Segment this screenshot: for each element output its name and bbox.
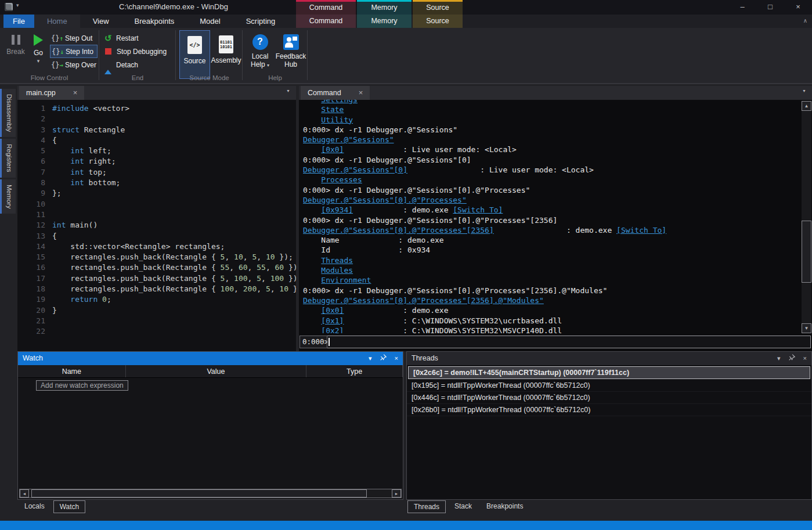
bottom-tab-threads[interactable]: Threads <box>407 500 446 513</box>
command-link[interactable]: Debugger.@"Sessions"[0].@"Processes" <box>303 196 467 204</box>
side-tab-disassembly[interactable]: Disassembly <box>0 89 16 137</box>
stop-debugging-button[interactable]: Stop Debugging <box>103 45 174 58</box>
scrollbar-thumb[interactable] <box>802 221 811 283</box>
break-button[interactable]: Break <box>3 31 28 56</box>
command-link[interactable]: [0x0] <box>321 145 344 154</box>
tab-main-cpp[interactable]: main.cpp× <box>19 86 84 100</box>
scrollbar-thumb[interactable] <box>31 489 367 497</box>
command-link[interactable]: [Switch To] <box>453 205 503 214</box>
contextual-tab-source[interactable]: Source <box>413 15 463 28</box>
line-number: 22 <box>17 326 52 337</box>
command-link[interactable]: Threads <box>321 256 353 265</box>
threads-list: [0x2c6c] = demo!ILT+455(mainCRTStartup) … <box>407 365 811 499</box>
command-output-line: Processes <box>303 175 800 185</box>
close-pane-icon[interactable]: × <box>803 352 807 365</box>
command-text <box>303 276 321 284</box>
menu-tab-home[interactable]: Home <box>34 15 80 28</box>
command-link[interactable]: [0x934] <box>321 205 353 214</box>
command-link[interactable]: [0x2] <box>321 326 344 333</box>
watch-horizontal-scrollbar[interactable]: ◄ ► <box>19 489 402 498</box>
command-link[interactable]: Utility <box>321 116 353 124</box>
command-link[interactable]: Processes <box>321 175 362 184</box>
scroll-down-icon[interactable]: ▼ <box>802 323 811 333</box>
line-number: 1 <box>17 103 52 114</box>
command-scrollbar[interactable]: ▲ ▼ <box>802 101 811 333</box>
pin-icon[interactable] <box>789 352 795 365</box>
command-text: : C:\WINDOWS\SYSTEM32\ucrtbased.dll <box>344 316 562 325</box>
close-tab-icon[interactable]: × <box>359 88 363 97</box>
step-out-button[interactable]: {}↑ Step Out <box>50 31 98 45</box>
thread-row[interactable]: [0x2c6c] = demo!ILT+455(mainCRTStartup) … <box>408 366 810 379</box>
contextual-tab-memory[interactable]: Memory <box>357 15 412 28</box>
close-pane-icon[interactable]: × <box>395 352 398 365</box>
command-link[interactable]: Debugger.@"Sessions"[0] <box>303 165 407 174</box>
scroll-left-icon[interactable]: ◄ <box>20 489 29 497</box>
quick-access-caret-icon[interactable]: ▾ <box>16 2 19 8</box>
close-button[interactable]: × <box>784 0 812 15</box>
code-editor[interactable]: 1#include <vector>23struct Rectangle4{5 … <box>17 100 296 351</box>
command-link[interactable]: Settings <box>321 100 358 104</box>
command-link[interactable]: Debugger.@"Sessions" <box>303 135 394 144</box>
add-watch-expression-field[interactable]: Add new watch expression <box>36 380 128 391</box>
scroll-up-icon[interactable]: ▲ <box>802 101 811 111</box>
pin-icon[interactable] <box>380 352 387 365</box>
contextual-tab-command[interactable]: Command <box>296 15 356 28</box>
scroll-right-icon[interactable]: ► <box>392 489 401 497</box>
pane-menu-icon[interactable]: ▼ <box>802 89 809 93</box>
side-tab-registers[interactable]: Registers <box>0 139 16 178</box>
command-link[interactable]: Debugger.@"Sessions"[0].@"Processes"[235… <box>303 226 494 235</box>
minimize-button[interactable]: – <box>728 0 756 15</box>
menu-tab-view[interactable]: View <box>80 15 122 28</box>
command-link[interactable]: Debugger.@"Sessions"[0].@"Processes"[235… <box>303 296 544 305</box>
feedback-hub-button[interactable]: Feedback Hub <box>275 30 306 68</box>
collapse-ribbon-icon[interactable]: ∧ <box>803 17 807 24</box>
bottom-tab-stack[interactable]: Stack <box>449 500 478 513</box>
watch-column-header-name[interactable]: Name <box>18 365 126 377</box>
source-mode-button[interactable]: </> Source <box>179 30 210 79</box>
ribbon: Break Go ▾ {}↑ Step Out {}↓ Step Into {}… <box>0 28 812 84</box>
menu-tab-model[interactable]: Model <box>187 15 233 28</box>
code-token: , <box>248 274 257 283</box>
chevron-down-icon[interactable]: ▾ <box>37 58 40 64</box>
bottom-tab-breakpoints[interactable]: Breakpoints <box>481 500 529 513</box>
command-link[interactable]: Environment <box>321 276 371 284</box>
bottom-tab-locals[interactable]: Locals <box>19 500 50 513</box>
watch-title-bar[interactable]: Watch ▾ × <box>18 352 403 365</box>
command-text <box>303 266 321 275</box>
tab-command[interactable]: Command× <box>301 86 370 100</box>
thread-row[interactable]: [0x195c] = ntdll!TppWorkerThread (00007f… <box>407 380 811 392</box>
menu-tab-scripting[interactable]: Scripting <box>233 15 288 28</box>
watch-column-header-type[interactable]: Type <box>306 365 403 377</box>
thread-row[interactable]: [0x26b0] = ntdll!TppWorkerThread (00007f… <box>407 404 811 416</box>
command-link[interactable]: Modules <box>321 266 353 275</box>
step-into-button[interactable]: {}↓ Step Into <box>50 45 98 58</box>
step-over-button[interactable]: {}→ Step Over <box>50 58 98 71</box>
code-token: int <box>52 221 66 229</box>
command-input-row: 0:000> <box>299 336 811 348</box>
assembly-mode-button[interactable]: 01101 10101 Assembly <box>211 30 241 79</box>
bottom-tab-watch[interactable]: Watch <box>53 500 86 513</box>
watch-column-header-value[interactable]: Value <box>126 365 307 377</box>
command-link[interactable]: [0x0] <box>321 306 344 315</box>
side-tab-memory[interactable]: Memory <box>0 179 16 214</box>
command-link[interactable]: [0x1] <box>321 316 344 325</box>
threads-title-bar[interactable]: Threads ▾ × <box>407 352 811 365</box>
app-icon <box>5 3 13 11</box>
maximize-button[interactable]: □ <box>756 0 784 15</box>
local-help-button[interactable]: ? Local Help ▾ <box>246 30 274 70</box>
detach-button[interactable]: Detach <box>103 58 174 71</box>
go-button[interactable]: Go ▾ <box>29 31 48 64</box>
restart-button[interactable]: ↺ Restart <box>103 31 174 45</box>
code-token <box>52 146 70 155</box>
thread-row[interactable]: [0x446c] = ntdll!TppWorkerThread (00007f… <box>407 392 811 404</box>
command-output[interactable]: Settings State Utility0:000> dx -r1 Debu… <box>299 100 800 333</box>
menu-tab-file[interactable]: File <box>3 15 34 28</box>
command-input[interactable] <box>327 336 811 348</box>
pane-menu-icon[interactable]: ▼ <box>286 89 293 93</box>
command-link[interactable]: State <box>321 105 344 114</box>
command-link[interactable]: [Switch To] <box>616 226 666 235</box>
menu-tab-breakpoints[interactable]: Breakpoints <box>122 15 187 28</box>
pane-dropdown-icon[interactable]: ▾ <box>777 352 781 365</box>
pane-dropdown-icon[interactable]: ▾ <box>369 352 372 365</box>
close-tab-icon[interactable]: × <box>73 88 78 97</box>
